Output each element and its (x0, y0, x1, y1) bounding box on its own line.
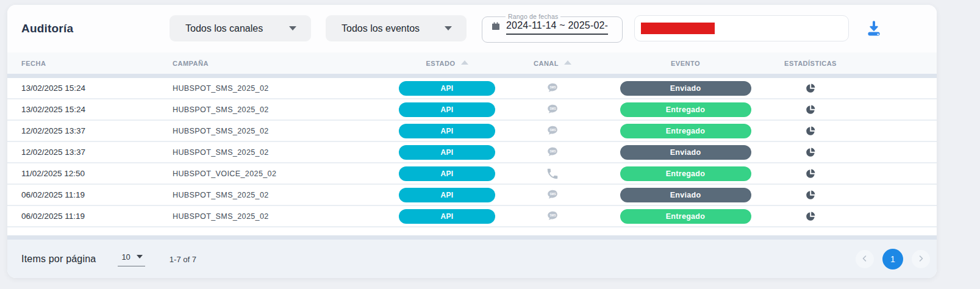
date-range-field[interactable]: Rango de fechas 2024-11-14 ~ 2025-02- (482, 13, 623, 43)
cell-campana: HUBSPOT_SMS_2025_02 (173, 148, 398, 157)
cell-fecha: 06/02/2025 11:19 (21, 190, 173, 199)
evento-badge: Enviado (620, 188, 751, 202)
column-header-estadisticas[interactable]: ESTADÍSTICAS (762, 60, 859, 67)
filter-bar: Auditoría Todos los canales Todos los ev… (7, 5, 937, 52)
calendar-icon (491, 21, 501, 34)
pie-chart-icon[interactable] (805, 126, 816, 137)
cell-estadisticas (762, 104, 859, 115)
evento-badge: Enviado (620, 81, 751, 96)
column-header-campana[interactable]: CAMPAÑA (173, 60, 398, 67)
cell-estadisticas (762, 126, 859, 137)
svg-text:SMS: SMS (549, 128, 556, 131)
cell-estado: API (398, 124, 496, 138)
table-body: 13/02/2025 15:24HUBSPOT_SMS_2025_02APISM… (7, 78, 937, 227)
table-header: FECHA CAMPAÑA ESTADO CANAL EVENTO ESTADÍ… (7, 52, 937, 74)
cell-campana: HUBSPOT_SMS_2025_02 (173, 84, 398, 93)
cell-campana: HUBSPOT_SMS_2025_02 (173, 191, 398, 199)
sort-ascending-icon (461, 60, 468, 65)
estado-badge: API (399, 124, 495, 138)
evento-badge: Entregado (620, 166, 751, 181)
pager: 1 (856, 249, 930, 269)
sms-icon: SMS (546, 103, 560, 116)
next-page-button[interactable] (912, 250, 930, 268)
date-range-label: Rango de fechas (506, 13, 560, 20)
column-header-estado[interactable]: ESTADO (398, 60, 496, 67)
cell-estado: API (398, 145, 496, 160)
column-header-fecha[interactable]: FECHA (21, 60, 173, 67)
sms-icon: SMS (546, 146, 560, 159)
cell-evento: Entregado (609, 166, 762, 181)
cell-fecha: 12/02/2025 13:37 (21, 148, 173, 157)
table-bottom-gap (7, 227, 937, 235)
download-button[interactable] (864, 18, 884, 39)
search-input[interactable] (634, 15, 849, 41)
cell-evento: Enviado (609, 188, 762, 202)
table-row[interactable]: 06/02/2025 11:19HUBSPOT_SMS_2025_02APISM… (7, 185, 937, 206)
page-title: Auditoría (21, 22, 73, 35)
pie-chart-icon[interactable] (805, 168, 816, 179)
cell-canal: SMS (496, 103, 609, 116)
column-label: CAMPAÑA (173, 60, 209, 67)
cell-estadisticas (762, 190, 859, 201)
evento-badge: Enviado (620, 145, 751, 160)
pie-chart-icon[interactable] (805, 83, 816, 94)
items-per-page-select[interactable]: 10 (118, 252, 145, 266)
svg-text:SMS: SMS (549, 107, 556, 110)
svg-text:SMS: SMS (549, 85, 556, 88)
table-row[interactable]: 13/02/2025 15:24HUBSPOT_SMS_2025_02APISM… (7, 99, 937, 121)
previous-page-button[interactable] (856, 250, 874, 268)
channels-filter-value: Todos los canales (185, 23, 273, 34)
events-filter-dropdown[interactable]: Todos los eventos (326, 15, 467, 41)
cell-estado: API (398, 188, 496, 202)
cell-canal: SMS (496, 146, 609, 159)
cell-estado: API (398, 209, 496, 224)
cell-fecha: 11/02/2025 12:50 (21, 169, 173, 178)
date-range-value: 2024-11-14 ~ 2025-02- (506, 20, 608, 35)
svg-text:SMS: SMS (549, 213, 556, 216)
sort-ascending-icon (564, 60, 571, 65)
pagination-bar: Items por página 10 1-7 of 7 1 (7, 240, 937, 278)
table-row[interactable]: 12/02/2025 13:37HUBSPOT_SMS_2025_02APISM… (7, 121, 937, 142)
table-row[interactable]: 11/02/2025 12:50HUBSPOT_VOICE_2025_02API… (7, 163, 937, 185)
column-label: ESTADO (426, 60, 455, 67)
cell-estadisticas (762, 211, 859, 222)
chevron-down-icon (137, 255, 143, 259)
pagination-range: 1-7 of 7 (170, 255, 196, 264)
table-row[interactable]: 13/02/2025 15:24HUBSPOT_SMS_2025_02APISM… (7, 78, 937, 99)
column-label: EVENTO (671, 60, 700, 67)
cell-evento: Entregado (609, 209, 762, 224)
cell-fecha: 06/02/2025 11:19 (21, 212, 173, 221)
cell-campana: HUBSPOT_SMS_2025_02 (173, 127, 398, 135)
cell-estado: API (398, 81, 496, 96)
footer-divider (7, 235, 937, 240)
column-label: FECHA (21, 60, 46, 67)
estado-badge: API (399, 209, 495, 224)
column-header-canal[interactable]: CANAL (496, 60, 609, 67)
chevron-left-icon (861, 255, 868, 264)
pie-chart-icon[interactable] (805, 190, 816, 201)
cell-fecha: 13/02/2025 15:24 (21, 84, 173, 93)
estado-badge: API (399, 81, 495, 96)
table-row[interactable]: 06/02/2025 11:19HUBSPOT_SMS_2025_02APISM… (7, 206, 937, 227)
pie-chart-icon[interactable] (805, 147, 816, 158)
pie-chart-icon[interactable] (805, 104, 816, 115)
sms-icon: SMS (546, 210, 560, 223)
cell-fecha: 13/02/2025 15:24 (21, 105, 173, 114)
channels-filter-dropdown[interactable]: Todos los canales (170, 15, 311, 41)
cell-campana: HUBSPOT_SMS_2025_02 (173, 212, 398, 221)
download-icon (864, 18, 884, 40)
cell-campana: HUBSPOT_SMS_2025_02 (173, 105, 398, 114)
evento-badge: Entregado (620, 209, 751, 224)
cell-fecha: 12/02/2025 13:37 (21, 126, 173, 135)
sms-icon: SMS (546, 124, 560, 138)
column-label: ESTADÍSTICAS (784, 60, 837, 67)
cell-canal: SMS (496, 124, 609, 138)
items-per-page-label: Items por página (21, 254, 96, 265)
column-header-evento[interactable]: EVENTO (609, 60, 762, 67)
cell-campana: HUBSPOT_VOICE_2025_02 (173, 169, 398, 178)
pie-chart-icon[interactable] (805, 211, 816, 222)
page-1-button[interactable]: 1 (882, 249, 903, 269)
cell-estadisticas (762, 83, 859, 94)
cell-canal: SMS (496, 82, 609, 95)
table-row[interactable]: 12/02/2025 13:37HUBSPOT_SMS_2025_02APISM… (7, 142, 937, 163)
